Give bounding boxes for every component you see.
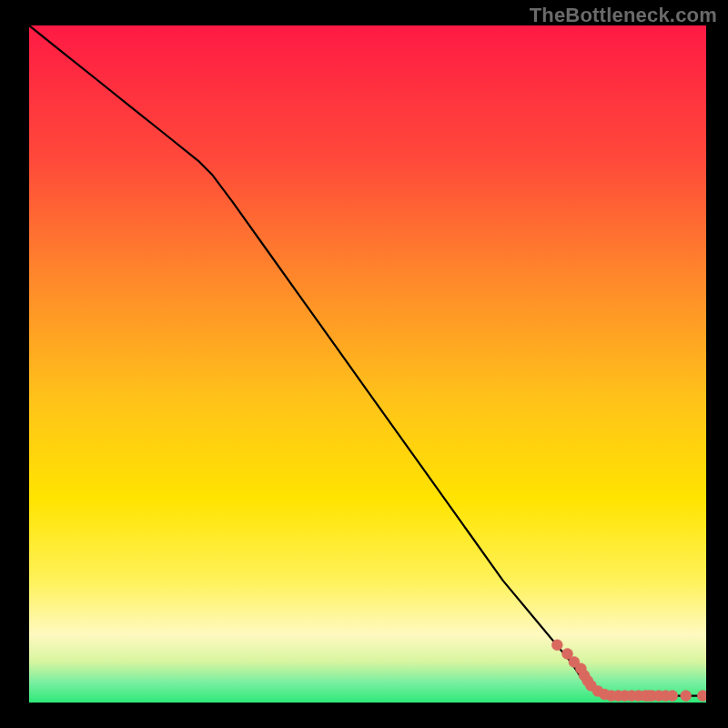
chart-svg xyxy=(29,25,706,703)
watermark-text: TheBottleneck.com xyxy=(530,4,717,27)
plot-area xyxy=(29,25,706,703)
gradient-rect xyxy=(29,25,706,703)
data-point xyxy=(551,640,562,651)
data-point xyxy=(667,691,678,702)
data-point xyxy=(681,691,692,702)
data-point xyxy=(697,691,706,702)
chart-stage: TheBottleneck.com xyxy=(0,0,728,728)
